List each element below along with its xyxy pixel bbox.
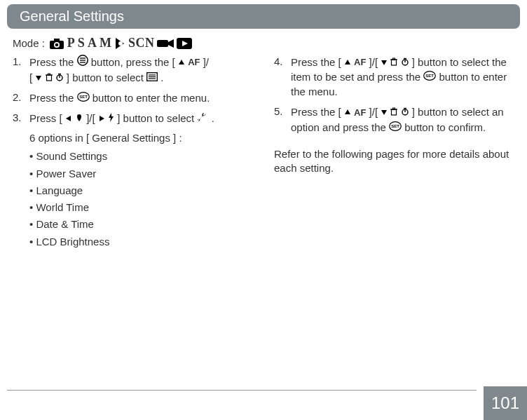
left-column: 1. Press the button, press the [ AF ]/ [… [13,55,253,252]
step-text: ]/[ [369,106,381,118]
step-text: button to enter the menu. [93,92,210,104]
flash-icon [108,111,114,126]
svg-rect-5 [157,40,168,47]
list-item: World Time [29,201,253,215]
trash-icon [390,105,397,119]
step-text: ] button to select [67,72,146,83]
mode-s-icon: S [78,36,85,50]
svg-text:SET: SET [391,124,399,128]
step-4: 4. Press the [ AF ]/[ ] button to select… [274,55,514,99]
step-text: button, press the [ [91,56,178,68]
mode-m-icon: M [100,36,111,50]
list-item: Language [29,184,253,198]
footer-divider [7,390,477,391]
arrow-up-icon [344,55,351,69]
step-number: 1. [13,55,22,69]
set-button-icon: SET [389,121,402,135]
mode-icons: P S A M SCN [49,36,193,50]
af-icon: AF [354,107,366,119]
page-number: 101 [484,386,527,420]
reference-note: Refer to the following pages for more de… [274,147,514,176]
content: Mode : P S A M SCN 1. Press [0,29,527,252]
macro-icon [75,111,83,126]
svg-rect-13 [48,74,50,75]
step-text: ] button to select [117,112,197,124]
timer-icon [55,71,64,85]
list-item: Date & Time [29,217,253,231]
play-icon [177,38,192,49]
step-number: 3. [13,111,22,125]
options-list: Sound Settings Power Saver Language Worl… [13,149,253,249]
step-text: . [160,72,163,83]
list-item: Sound Settings [29,149,253,163]
step-number: 5. [274,104,283,118]
list-item: Power Saver [29,167,253,181]
set-button-icon: SET [423,70,436,84]
step-5: 5. Press the [ AF ]/[ ] button to select… [274,104,514,134]
trash-icon [390,55,397,69]
step-text: Press the [29,56,77,68]
step-number: 4. [274,55,283,69]
step-1: 1. Press the button, press the [ AF ]/ [… [13,55,253,85]
arrow-up-icon [178,55,185,69]
right-column: 4. Press the [ AF ]/[ ] button to select… [274,55,514,252]
svg-point-4 [118,41,123,46]
trash-icon [46,71,53,85]
step-text: Press the [ [291,106,344,118]
arrow-right-icon [98,111,105,126]
portrait-icon [114,37,125,50]
svg-rect-25 [393,58,395,60]
step-3: 3. Press [ ]/[ ] button to select . [13,111,253,126]
mode-a-icon: A [88,36,97,50]
camera-icon [49,37,64,50]
timer-icon [401,55,409,69]
arrow-down-icon [381,105,388,119]
menu-circle-icon [77,55,88,69]
step-number: 2. [13,90,22,104]
step-text: Press the [ [291,56,344,68]
wrench-icon [197,111,208,126]
step-2: 2. Press the SET button to enter the men… [13,90,253,105]
svg-point-3 [55,43,59,46]
mode-row: Mode : P S A M SCN [13,36,514,50]
svg-rect-31 [392,109,397,115]
svg-text:SET: SET [79,95,88,99]
mode-p-icon: P [67,36,75,50]
mode-label: Mode : [13,37,45,49]
svg-text:SET: SET [425,74,434,78]
video-icon [157,38,174,49]
svg-rect-23 [392,60,397,65]
step-text: [ [29,72,35,83]
options-intro: 6 options in [ General Settings ] : [13,131,253,145]
step-text: Press the [29,92,77,104]
mode-scn-icon: SCN [128,36,155,50]
af-icon: AF [354,56,366,69]
timer-icon [401,105,409,119]
step-text: ]/ [203,56,209,68]
step-text: ]/[ [369,56,381,68]
set-button-icon: SET [77,91,90,105]
svg-rect-33 [393,108,395,109]
page-title: General Settings [7,4,520,29]
arrow-up-icon [344,105,351,119]
step-text: . [212,112,214,124]
menu-rect-icon [146,71,158,85]
svg-rect-11 [46,75,51,81]
af-icon: AF [188,56,200,69]
arrow-left-icon [65,111,72,126]
list-item: LCD Brightness [29,235,253,249]
step-text: ]/[ [86,112,98,124]
arrow-down-icon [381,55,388,69]
arrow-down-icon [35,71,42,85]
step-text: Press [ [29,112,65,124]
step-text: button to confirm. [404,121,486,133]
svg-rect-1 [54,39,60,41]
